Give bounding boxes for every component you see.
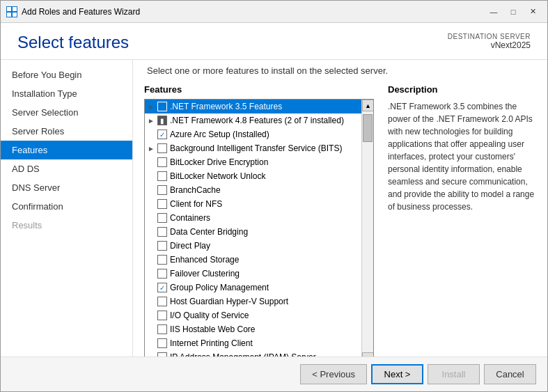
checkbox-azure-arc[interactable]: ✓ — [157, 130, 167, 139]
checkbox-bits[interactable] — [157, 143, 167, 153]
feature-item-bitlocker-network[interactable]: BitLocker Network Unlock — [145, 169, 361, 183]
feature-label-azure-arc: Azure Arc Setup (Installed) — [170, 130, 269, 139]
sidebar-item-results: Results — [1, 216, 132, 235]
cancel-button[interactable]: Cancel — [484, 364, 536, 384]
feature-label-net35: .NET Framework 3.5 Features — [170, 102, 282, 111]
feature-item-bitlocker-drive[interactable]: BitLocker Drive Encryption — [145, 155, 361, 169]
expand-arrow-bits[interactable]: ► — [148, 145, 157, 152]
feature-label-containers: Containers — [170, 213, 210, 223]
sidebar-item-before-you-begin[interactable]: Before You Begin — [1, 65, 132, 84]
checkbox-net35[interactable] — [157, 102, 167, 111]
checkbox-containers[interactable] — [157, 213, 167, 223]
feature-item-iis-hostable[interactable]: IIS Hostable Web Core — [145, 322, 361, 336]
checkbox-iis-hostable[interactable] — [157, 324, 167, 334]
features-list-wrapper: ► .NET Framework 3.5 Features ► ▮ .NET F… — [144, 99, 374, 356]
main-content: Select one or more features to install o… — [133, 60, 547, 356]
checkbox-enhanced-storage[interactable] — [157, 255, 167, 265]
feature-label-dcb: Data Center Bridging — [170, 227, 248, 237]
sidebar-item-server-roles[interactable]: Server Roles — [1, 122, 132, 141]
dest-server-name: vNext2025 — [448, 40, 531, 50]
expand-arrow-net48[interactable]: ► — [148, 117, 157, 125]
features-list[interactable]: ► .NET Framework 3.5 Features ► ▮ .NET F… — [145, 100, 361, 356]
features-panel: Features ► .NET Framework 3.5 Features — [144, 84, 374, 351]
feature-item-containers[interactable]: Containers — [145, 211, 361, 225]
feature-item-direct-play[interactable]: Direct Play — [145, 239, 361, 253]
vertical-scrollbar[interactable]: ▲ ▼ — [361, 100, 373, 356]
close-button[interactable]: ✕ — [524, 5, 542, 19]
sidebar: Before You Begin Installation Type Serve… — [1, 60, 133, 356]
feature-item-host-guardian[interactable]: Host Guardian Hyper-V Support — [145, 295, 361, 308]
svg-rect-1 — [13, 7, 17, 11]
checkbox-net48[interactable]: ▮ — [157, 116, 167, 125]
feature-label-direct-play: Direct Play — [170, 241, 210, 251]
sidebar-item-dns-server[interactable]: DNS Server — [1, 178, 132, 197]
dest-server-label: DESTINATION SERVER — [448, 33, 531, 40]
feature-label-bits: Background Intelligent Transfer Service … — [170, 143, 342, 153]
scroll-thumb[interactable] — [363, 114, 373, 142]
feature-label-enhanced-storage: Enhanced Storage — [170, 255, 239, 265]
dest-server-info: DESTINATION SERVER vNext2025 — [448, 33, 531, 50]
checkbox-dcb[interactable] — [157, 227, 167, 237]
feature-item-group-policy[interactable]: ✓ Group Policy Management — [145, 281, 361, 295]
feature-label-io-quality: I/O Quality of Service — [170, 311, 249, 320]
sidebar-item-installation-type[interactable]: Installation Type — [1, 84, 132, 103]
checkbox-branchcache[interactable] — [157, 185, 167, 195]
feature-item-branchcache[interactable]: BranchCache — [145, 183, 361, 197]
svg-rect-2 — [7, 13, 11, 17]
checkbox-client-nfs[interactable] — [157, 199, 167, 209]
install-button[interactable]: Install — [428, 364, 480, 384]
checkbox-bitlocker-drive[interactable] — [157, 157, 167, 167]
feature-item-ipam[interactable]: IP Address Management (IPAM) Server — [145, 350, 361, 356]
feature-label-failover-clustering: Failover Clustering — [170, 269, 240, 279]
page-title: Select features — [17, 33, 129, 52]
feature-label-iis-hostable: IIS Hostable Web Core — [170, 324, 256, 334]
sidebar-item-server-selection[interactable]: Server Selection — [1, 103, 132, 122]
feature-label-bitlocker-drive: BitLocker Drive Encryption — [170, 157, 268, 167]
checkbox-failover-clustering[interactable] — [157, 269, 167, 279]
feature-item-bits[interactable]: ► Background Intelligent Transfer Servic… — [145, 141, 361, 155]
feature-item-io-quality[interactable]: I/O Quality of Service — [145, 308, 361, 322]
feature-label-host-guardian: Host Guardian Hyper-V Support — [170, 297, 288, 306]
expand-arrow-net35[interactable]: ► — [148, 103, 157, 111]
window-controls: ― □ ✕ — [485, 5, 542, 19]
feature-label-client-nfs: Client for NFS — [170, 199, 222, 209]
description-text: .NET Framework 3.5 combines the power of… — [388, 100, 536, 213]
next-button[interactable]: Next > — [371, 364, 423, 384]
scroll-up-button[interactable]: ▲ — [362, 100, 374, 111]
sidebar-item-ad-ds[interactable]: AD DS — [1, 159, 132, 178]
feature-label-bitlocker-network: BitLocker Network Unlock — [170, 171, 265, 181]
footer: < Previous Next > Install Cancel — [1, 356, 547, 391]
feature-item-dcb[interactable]: Data Center Bridging — [145, 225, 361, 239]
feature-item-failover-clustering[interactable]: Failover Clustering — [145, 267, 361, 281]
feature-item-enhanced-storage[interactable]: Enhanced Storage — [145, 253, 361, 267]
feature-label-internet-printing: Internet Printing Client — [170, 338, 253, 348]
svg-rect-3 — [13, 13, 17, 17]
features-list-container: ► .NET Framework 3.5 Features ► ▮ .NET F… — [144, 99, 374, 356]
minimize-button[interactable]: ― — [485, 5, 503, 19]
checkbox-io-quality[interactable] — [157, 311, 167, 320]
feature-item-internet-printing[interactable]: Internet Printing Client — [145, 336, 361, 350]
sidebar-item-features[interactable]: Features — [1, 141, 132, 159]
app-icon — [6, 6, 17, 17]
instruction-text: Select one or more features to install o… — [133, 60, 547, 79]
svg-rect-0 — [7, 7, 11, 11]
checkbox-bitlocker-network[interactable] — [157, 171, 167, 181]
feature-item-azure-arc[interactable]: ✓ Azure Arc Setup (Installed) — [145, 127, 361, 141]
window-title: Add Roles and Features Wizard — [22, 7, 485, 17]
features-label: Features — [144, 84, 374, 95]
checkbox-internet-printing[interactable] — [157, 338, 167, 348]
feature-item-net35[interactable]: ► .NET Framework 3.5 Features — [145, 100, 361, 113]
feature-item-client-nfs[interactable]: Client for NFS — [145, 197, 361, 211]
description-label: Description — [388, 84, 536, 95]
page-header: Select features DESTINATION SERVER vNext… — [1, 23, 547, 60]
checkbox-direct-play[interactable] — [157, 241, 167, 251]
checkbox-group-policy[interactable]: ✓ — [157, 283, 167, 292]
maximize-button[interactable]: □ — [504, 5, 522, 19]
feature-label-group-policy: Group Policy Management — [170, 283, 269, 292]
sidebar-item-confirmation[interactable]: Confirmation — [1, 197, 132, 216]
feature-item-net48[interactable]: ► ▮ .NET Framework 4.8 Features (2 of 7 … — [145, 113, 361, 127]
scroll-track[interactable] — [362, 111, 373, 352]
content-area: Before You Begin Installation Type Serve… — [1, 60, 547, 356]
checkbox-host-guardian[interactable] — [157, 297, 167, 306]
previous-button[interactable]: < Previous — [300, 364, 367, 384]
